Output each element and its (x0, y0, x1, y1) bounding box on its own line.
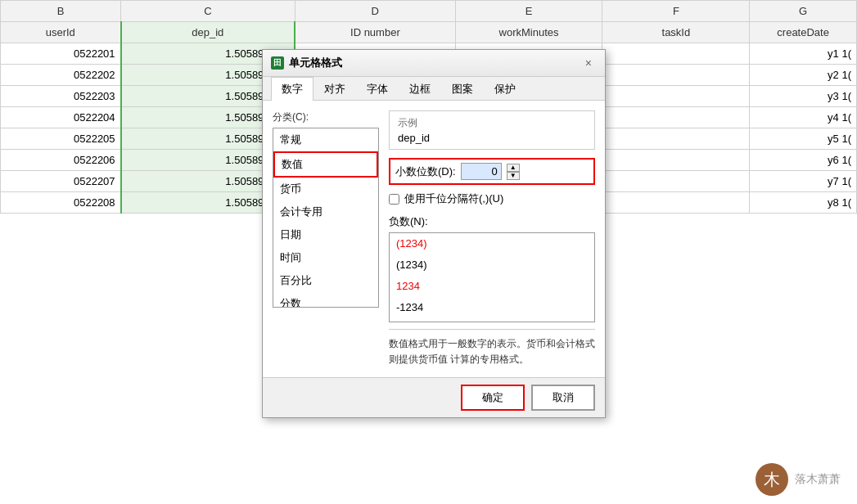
table-row[interactable]: 0522207 (1, 171, 121, 192)
table-row[interactable]: 0522205 (1, 128, 121, 150)
table-row[interactable] (602, 171, 750, 192)
dialog-close-button[interactable]: × (580, 55, 597, 71)
separator-checkbox-row: 使用千位分隔符(,)(U) (389, 191, 595, 206)
field-header-createdate[interactable]: createDate (750, 22, 857, 43)
negative-item[interactable]: (1234) (390, 233, 594, 254)
decimal-input[interactable] (461, 163, 502, 180)
decimal-label: 小数位数(D): (395, 164, 456, 179)
field-header-workminutes[interactable]: workMinutes (455, 22, 602, 43)
spinner-up-button[interactable]: ▲ (507, 164, 520, 172)
dialog-title-icon: 田 (271, 56, 284, 70)
decimal-spinner: ▲ ▼ (507, 164, 520, 180)
dialog-title-label: 单元格格式 (289, 56, 342, 70)
table-row[interactable]: 0522202 (1, 65, 121, 86)
col-header-f[interactable]: F (602, 1, 750, 22)
field-header-taskid[interactable]: taskId (602, 22, 750, 43)
table-row[interactable]: 0522203 (1, 86, 121, 107)
table-row[interactable] (602, 86, 750, 107)
table-row[interactable]: 0522206 (1, 150, 121, 171)
negative-label: 负数(N): (389, 214, 595, 229)
field-header-idnumber[interactable]: ID number (295, 22, 455, 43)
negative-item[interactable]: 1234 (390, 276, 594, 297)
table-row[interactable]: 0522208 (1, 192, 121, 214)
table-row[interactable]: 0522201 (1, 43, 121, 65)
category-item[interactable]: 数值 (273, 151, 378, 178)
table-row[interactable] (602, 65, 750, 86)
col-header-b[interactable]: B (1, 1, 121, 22)
category-item[interactable]: 会计专用 (273, 200, 378, 223)
table-row[interactable] (602, 150, 750, 171)
negative-item[interactable]: -1234 (390, 297, 594, 318)
category-item[interactable]: 分数 (273, 292, 378, 308)
tab-alignment[interactable]: 对齐 (313, 77, 356, 101)
field-header-depid[interactable]: dep_id (121, 22, 295, 43)
tab-border[interactable]: 边框 (399, 77, 441, 101)
spreadsheet-container: B C D E F G userId dep_id ID number work… (0, 0, 857, 504)
sample-box: 示例 dep_id (389, 110, 595, 150)
negative-list: (1234)(1234)1234-1234-1234 (389, 232, 595, 322)
table-row[interactable] (602, 192, 750, 214)
sample-label: 示例 (398, 116, 586, 130)
col-header-e[interactable]: E (455, 1, 602, 22)
tab-font[interactable]: 字体 (356, 77, 399, 101)
spinner-down-button[interactable]: ▼ (507, 172, 520, 180)
category-item[interactable]: 货币 (273, 178, 378, 200)
tab-protection[interactable]: 保护 (484, 77, 526, 101)
ok-button[interactable]: 确定 (461, 385, 525, 411)
category-item[interactable]: 百分比 (273, 269, 378, 292)
dialog-body: 分类(C): 常规数值货币会计专用日期时间百分比分数科学记数文本特殊自定义 示例… (263, 101, 605, 377)
sample-value: dep_id (398, 132, 586, 144)
table-row[interactable] (602, 107, 750, 128)
dialog-title-text: 田 单元格格式 (271, 56, 342, 70)
table-row[interactable]: y5 1( (750, 128, 857, 150)
table-row[interactable]: y8 1( (750, 192, 857, 214)
table-row[interactable]: y3 1( (750, 86, 857, 107)
col-header-g[interactable]: G (750, 1, 857, 22)
decimal-row: 小数位数(D): ▲ ▼ (389, 158, 595, 185)
negative-item[interactable]: -1234 (390, 318, 594, 322)
dialog-footer: 确定 取消 (263, 377, 605, 417)
watermark-text: 落木萧萧 (795, 472, 841, 487)
category-panel: 分类(C): 常规数值货币会计专用日期时间百分比分数科学记数文本特殊自定义 (273, 110, 379, 367)
watermark: 木 落木萧萧 (756, 463, 841, 496)
table-row[interactable] (602, 128, 750, 150)
separator-label: 使用千位分隔符(,)(U) (404, 191, 503, 206)
category-item[interactable]: 常规 (273, 128, 378, 151)
format-cells-dialog: 田 单元格格式 × 数字 对齐 字体 边框 图案 保护 分类(C): 常规数值货… (262, 49, 606, 418)
tab-number[interactable]: 数字 (271, 77, 313, 101)
dialog-tabs: 数字 对齐 字体 边框 图案 保护 (263, 77, 605, 101)
table-row[interactable]: y1 1( (750, 43, 857, 65)
table-row[interactable]: y4 1( (750, 107, 857, 128)
table-row[interactable]: 0522204 (1, 107, 121, 128)
description-box: 数值格式用于一般数字的表示。货币和会计格式则提供货币值 计算的专用格式。 (389, 329, 595, 367)
col-header-d[interactable]: D (295, 1, 455, 22)
tab-pattern[interactable]: 图案 (441, 77, 484, 101)
separator-checkbox[interactable] (389, 194, 399, 205)
negative-item[interactable]: (1234) (390, 254, 594, 276)
category-item[interactable]: 日期 (273, 223, 378, 246)
table-row[interactable]: y2 1( (750, 65, 857, 86)
col-header-c[interactable]: C (121, 1, 295, 22)
cancel-button[interactable]: 取消 (531, 385, 595, 411)
table-row[interactable]: y7 1( (750, 171, 857, 192)
field-header-userid[interactable]: userId (1, 22, 121, 43)
dialog-title-bar: 田 单元格格式 × (263, 50, 605, 77)
watermark-icon: 木 (756, 463, 788, 496)
table-row[interactable] (602, 43, 750, 65)
category-item[interactable]: 时间 (273, 246, 378, 269)
table-row[interactable]: y6 1( (750, 150, 857, 171)
category-list: 常规数值货币会计专用日期时间百分比分数科学记数文本特殊自定义 (273, 128, 379, 308)
category-label: 分类(C): (273, 110, 379, 124)
options-panel: 示例 dep_id 小数位数(D): ▲ ▼ 使用千位分隔符(,)(U) (389, 110, 595, 367)
